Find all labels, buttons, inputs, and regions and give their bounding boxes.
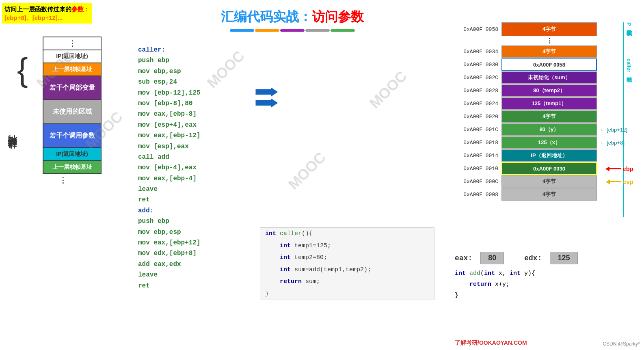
asm-line-ret-2: ret	[138, 281, 252, 291]
asm-line-push-ebp-2: push ebp	[138, 216, 252, 227]
int-add-line-3: }	[455, 290, 535, 301]
stack-row-prev-base2: 上一层栈帧基址	[43, 160, 101, 173]
bar-green	[331, 29, 355, 32]
mem-cell-0024: 125（temp1）	[501, 97, 597, 110]
blue-arrow-2	[255, 99, 278, 108]
top-annotation: 访问上一层函数传过来的参数： [ebp+8]、[ebp+12]...	[2, 3, 92, 24]
mem-cell-001c: 80（y）	[501, 123, 597, 136]
mem-addr-0008: 0xA00F 0008	[455, 192, 501, 198]
eax-value: 80	[480, 252, 504, 264]
mem-addr-0030: 0xA00F 0030	[455, 62, 501, 68]
mem-cell-0030: 0xA00F 0058	[501, 58, 597, 71]
mem-cell-0010: 0xA00F 0030	[501, 162, 597, 175]
int-add-function: int add(int x, int y){ return x+y; }	[455, 268, 535, 301]
asm-caller-label: caller:	[138, 45, 254, 55]
edx-label: edx:	[524, 254, 542, 262]
mem-addr-0058: 0xA00F 0058	[455, 26, 501, 32]
ebp-arrow-line	[609, 168, 621, 169]
csdn-label: CSDN @Sparky*	[603, 341, 640, 347]
stack-row-local-vars: 若干个局部变量	[43, 76, 101, 99]
asm-line-mov-eax-ebp12: mov eax,[ebp-12]	[138, 130, 254, 141]
asm-line-ret-1: ret	[138, 194, 254, 205]
int-add-line-2: return x+y;	[455, 279, 535, 290]
arrow-row-1	[255, 86, 284, 97]
stack-dots-bottom: ⋮	[24, 174, 102, 186]
mem-row-002c: 0xA00F 002C 未初始化（sum）	[455, 71, 597, 84]
stack-row-prev-base: 上一层栈帧基址	[43, 63, 101, 76]
mem-row-0018: 0xA00F 0018 125（x） ← [ebp+8]	[455, 136, 597, 149]
ebp-label: ebp	[622, 165, 633, 172]
asm-line-mov-ebp-esp-2: mov ebp,esp	[138, 227, 252, 238]
stack-brace-left: {	[17, 54, 28, 86]
asm-add-label: add:	[138, 205, 252, 216]
c-line-3: int temp2=80;	[260, 252, 434, 264]
mem-addr-0024: 0xA00F 0024	[455, 101, 501, 107]
asm-line-call-add: call add	[138, 152, 254, 162]
asm-line-mov-ebp4-eax: mov [ebp-4],eax	[138, 162, 254, 173]
caller-stack-frame-label: caller栈帧	[623, 58, 633, 217]
mem-addr-0028: 0xA00F 0028	[455, 88, 501, 94]
register-display: eax: 80 edx: 125	[455, 252, 578, 264]
stack-row-call-params: 若干个调用参数	[43, 123, 101, 147]
mem-row-001c: 0xA00F 001C 80（y） ← [ebp+12]	[455, 123, 597, 136]
asm-line-mov-eax-ebp8: mov eax,[ebp-8]	[138, 109, 254, 119]
eax-label: eax:	[455, 254, 472, 262]
mem-cell-0058: 4字节	[501, 22, 597, 36]
label-ebp8: ← [ebp+8]	[600, 140, 625, 146]
c-line-4: int sum=add(temp1,temp2);	[260, 264, 434, 276]
edx-value: 125	[550, 252, 577, 264]
c-line-5: return sum;	[260, 276, 434, 288]
stack-row-unused: 未使用的区域	[43, 99, 101, 123]
esp-arrow-line	[609, 181, 621, 182]
ebp-indicator: ebp	[609, 165, 633, 172]
title-area: 汇编代码实战：访问参数	[175, 8, 410, 32]
mem-addr-000c: 0xA00F 000C	[455, 179, 501, 185]
mem-addr-0020: 0xA00F 0020	[455, 114, 501, 120]
study-label: 了解考研/OOKAOYAN.COM	[455, 339, 527, 347]
arrows-col	[255, 45, 284, 108]
asm-add: add: push ebp mov ebp,esp mov eax,[ebp+1…	[138, 205, 252, 291]
mem-cell-0028: 80（temp2）	[501, 84, 597, 97]
mem-cell-0020: 4字节	[501, 110, 597, 123]
asm-line-mov-eax-ebp12: mov eax,[ebp+12]	[138, 238, 252, 248]
mem-addr-0034: 0xA00F 0034	[455, 49, 501, 55]
mem-cell-0034: 4字节	[501, 45, 597, 58]
mem-row-0058: 0xA00F 0058 4字节	[455, 22, 597, 36]
asm-line-add-eax-edx: add eax,edx	[138, 259, 252, 270]
int-add-line-1: int add(int x, int y){	[455, 268, 535, 279]
stack-frame-diagram: 栈帧结构 { ⋮ IP(返回地址) 上一层栈帧基址 若干个局部变量 未使用的区域…	[2, 37, 102, 186]
annotation-param: 参数：	[71, 6, 90, 13]
mem-row-0030: 0xA00F 0030 0xA00F 0058	[455, 58, 597, 71]
c-code-caller-box: int caller(){ int temp1=125; int temp2=8…	[260, 227, 434, 300]
asm-line-mov-edx-ebp8: mov edx,[ebp+8]	[138, 248, 252, 259]
label-ebp12: ← [ebp+12]	[600, 127, 627, 133]
bar-gray	[305, 29, 330, 32]
mem-row-dots1: ⋮	[455, 37, 597, 45]
esp-arrowhead	[606, 179, 610, 184]
asm-line-mov-ebp12-125: mov [ebp-12],125	[138, 88, 254, 98]
asm-line-leave-1: leave	[138, 184, 254, 194]
mem-cell-0008: 4字节	[501, 188, 597, 201]
stack-row-ip: IP(返回地址)	[43, 147, 101, 160]
mem-row-0014: 0xA00F 0014 IP（返回地址）	[455, 149, 597, 162]
arrow-spacer1	[255, 76, 284, 86]
page-title: 汇编代码实战：访问参数	[175, 8, 410, 26]
stack-dots-top: ⋮	[43, 37, 101, 50]
asm-line-mov-ebp-esp-1: mov ebp,esp	[138, 66, 254, 77]
esp-indicator: esp	[609, 178, 633, 185]
blue-arrow-1	[255, 88, 278, 97]
asm-line-mov-esp-eax: mov [esp],eax	[138, 141, 254, 152]
mem-row-000c: 0xA00F 000C 4字节 esp	[455, 175, 597, 188]
asm-line-sub-esp: sub esp,24	[138, 77, 254, 87]
c-line-6: }	[260, 288, 434, 300]
stack-row-ip-return: IP(返回地址)	[43, 50, 101, 63]
stack-frame-box: ⋮ IP(返回地址) 上一层栈帧基址 若干个局部变量 未使用的区域 若干个调用参…	[43, 37, 102, 174]
bar-orange	[255, 29, 279, 32]
annotation-line1: 访问上一层函数传过来的参数：	[4, 6, 90, 13]
color-bar	[175, 29, 410, 32]
bar-blue	[230, 29, 254, 32]
mem-row-0008: 0xA00F 0008 4字节	[455, 188, 597, 201]
c-line-2: int temp1=125;	[260, 240, 434, 252]
arrow-row-2	[255, 97, 284, 108]
mem-addr-0014: 0xA00F 0014	[455, 153, 501, 159]
